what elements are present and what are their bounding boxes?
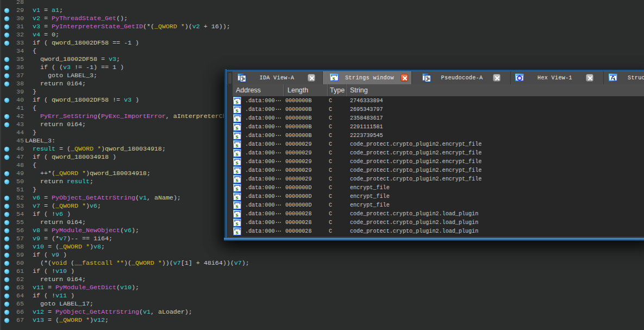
svg-text:’: ’	[239, 140, 241, 146]
string-table-row[interactable]: ‘ s ’ .data:000···00000029Ccode_protect.…	[233, 148, 644, 157]
line-number: 33	[0, 39, 24, 47]
string-table-row[interactable]: ‘ s ’ .data:000···00000028Ccode_protect.…	[233, 218, 644, 227]
code-token-pl: }	[25, 129, 36, 136]
code-token-v: v10	[120, 284, 132, 291]
svg-text:’: ’	[239, 114, 241, 120]
code-line[interactable]: 60 (*(void (__fastcall **)(_QWORD *))(v7…	[0, 259, 644, 267]
column-header-address[interactable]: Address	[233, 84, 284, 96]
tab-hex-view-1[interactable]: Hex View-1	[511, 71, 604, 84]
ida-view-icon	[237, 73, 246, 82]
column-header-length[interactable]: Length	[284, 84, 328, 96]
code-token-v: v2	[192, 23, 200, 30]
line-number: 65	[0, 300, 24, 308]
string-table-row[interactable]: ‘ s ’ .data:000···0000000DCencrypt_file	[233, 192, 644, 201]
code-line[interactable]: 65 goto LABEL_17;	[0, 300, 644, 308]
code-line[interactable]: 30 v2 = PyThreadState_Get();	[0, 15, 644, 23]
column-header-string[interactable]: String	[347, 84, 644, 96]
string-table-row[interactable]: ‘ s ’ .data:000···00000029Ccode_protect.…	[233, 140, 644, 148]
code-token-pl: ,	[151, 308, 158, 316]
code-token-pl: {	[25, 161, 36, 169]
code-token-pl: (	[116, 284, 120, 291]
string-table-row[interactable]: ‘ s ’ .data:000···00000029Ccode_protect.…	[233, 157, 644, 166]
code-token-pl	[25, 227, 33, 234]
svg-text:’: ’	[239, 123, 241, 129]
code-token-pl: );	[173, 194, 181, 202]
string-table-row[interactable]: ‘ s ’ .data:000···0000000DCencrypt_file	[233, 183, 644, 192]
tab-structures[interactable]: Structures	[604, 71, 644, 84]
string-item-icon: ‘ s ’	[233, 166, 241, 175]
code-line[interactable]: 34 {	[0, 47, 644, 55]
string-value: 2358483617	[347, 115, 644, 121]
code-line[interactable]: 58 v10 = (_QWORD *)v8;	[0, 243, 644, 251]
code-line[interactable]: 33 if ( qword_18002DF58 == -1 )	[0, 39, 644, 47]
string-table-row[interactable]: ‘ s ’ .data:000···00000028Ccode_protect.…	[233, 227, 644, 235]
tab-pseudocode-a[interactable]: Pseudocode-A	[412, 71, 511, 84]
line-number: 60	[0, 259, 24, 267]
tab-close-button[interactable]	[493, 74, 501, 82]
string-value: encrypt_file	[347, 185, 644, 191]
svg-text:s: s	[236, 97, 239, 105]
code-line[interactable]: 35 qword_18002DF58 = v3;	[0, 55, 644, 64]
string-item-icon: ‘ s ’	[233, 97, 241, 105]
code-token-pl: if ( !	[25, 267, 55, 275]
string-table-row[interactable]: ‘ s ’ .data:000···0000000BC2746333894	[233, 96, 644, 105]
code-text: LABEL_3:	[25, 137, 55, 145]
code-token-pl	[25, 194, 33, 202]
code-text: ++*(_QWORD *)qword_180034918;	[25, 170, 151, 178]
code-line[interactable]: 63 v11 = PyModule_GetDict(v10);	[0, 284, 644, 292]
string-table-row[interactable]: ‘ s ’ .data:000···0000000DCencrypt_file	[233, 201, 644, 209]
line-number: 64	[0, 292, 24, 300]
code-text: v2 = PyThreadState_Get();	[25, 15, 128, 23]
code-token-pl: );	[185, 308, 192, 316]
string-table-row[interactable]: ‘ s ’ .data:000···0000000BC2223739545	[233, 131, 644, 140]
code-text: return 0i64;	[25, 80, 86, 88]
tab-ida-view-a[interactable]: IDA View-A	[233, 71, 323, 84]
code-token-f: PyObject_GetAttrString	[52, 194, 135, 202]
code-line[interactable]: 32 v4 = 0;	[0, 31, 644, 39]
code-token-pl: (	[139, 308, 143, 316]
tab-close-button[interactable]	[586, 74, 593, 82]
string-table-row[interactable]: ‘ s ’ .data:000···00000028Ccode_protect.…	[233, 209, 644, 218]
tab-close-button[interactable]	[401, 74, 408, 82]
code-line[interactable]: 29 v1 = a1;	[0, 7, 644, 15]
code-text: if ( !v6 )	[25, 210, 71, 219]
code-text: }	[25, 186, 36, 194]
string-table-row[interactable]: ‘ s ’ .data:000···0000000BC2291111581	[233, 122, 644, 131]
line-number: 44	[0, 129, 24, 137]
column-header-type[interactable]: Type	[328, 84, 347, 96]
code-token-t: _QWORD *	[154, 23, 185, 30]
string-address: .data:000···	[245, 185, 281, 191]
code-line[interactable]: 62 return 0i64;	[0, 276, 644, 284]
code-text: if ( qword_18002DF58 != v3 )	[25, 96, 139, 104]
line-number: 66	[0, 308, 24, 316]
string-address: .data:000···	[245, 159, 281, 165]
line-number: 48	[0, 161, 24, 170]
tab-strings-window[interactable]: ‘ s ’ Strings window	[323, 71, 412, 84]
code-line[interactable]: 59 if ( v9 )	[0, 251, 644, 259]
code-line[interactable]: 67 v13 = (_QWORD *)v12;	[0, 316, 644, 325]
string-table-row[interactable]: ‘ s ’ .data:000···0000000BC2358483617	[233, 114, 644, 122]
code-line[interactable]: 66 v12 = PyObject_GetAttrString(v1, aLoa…	[0, 308, 644, 316]
string-table-row[interactable]: ‘ s ’ .data:000···00000029Ccode_protect.…	[233, 175, 644, 183]
code-line[interactable]: 61 if ( !v10 )	[0, 267, 644, 276]
code-text: v13 = (_QWORD *)v12;	[25, 316, 109, 325]
code-text: v1 = a1;	[25, 7, 63, 15]
line-number: 46	[0, 145, 24, 153]
string-length: 0000000B	[284, 107, 328, 113]
svg-text:s: s	[236, 210, 239, 218]
code-token-pl: if (	[25, 96, 52, 104]
tab-close-button[interactable]	[308, 74, 315, 82]
code-token-pl: if (	[25, 153, 52, 161]
code-line[interactable]: 64 if ( !v11 )	[0, 292, 644, 300]
code-token-d: aInterpreterCh	[173, 113, 227, 120]
code-token-t: _QWORD *	[59, 243, 90, 251]
code-line[interactable]: 31 v3 = PyInterpreterState_GetID(*(_QWOR…	[0, 23, 644, 31]
svg-text:’: ’	[239, 97, 241, 103]
code-line[interactable]: 28	[0, 0, 644, 7]
code-token-f: PyExc_ImportError	[101, 113, 166, 120]
code-token-t: _QWORD *	[71, 145, 101, 153]
string-table-row[interactable]: ‘ s ’ .data:000···00000029Ccode_protect.…	[233, 166, 644, 175]
string-table-row[interactable]: ‘ s ’ .data:000···0000000BC2695343797	[233, 105, 644, 114]
string-address: .data:000···	[245, 98, 281, 104]
window-border-bottom[interactable]	[224, 238, 644, 241]
